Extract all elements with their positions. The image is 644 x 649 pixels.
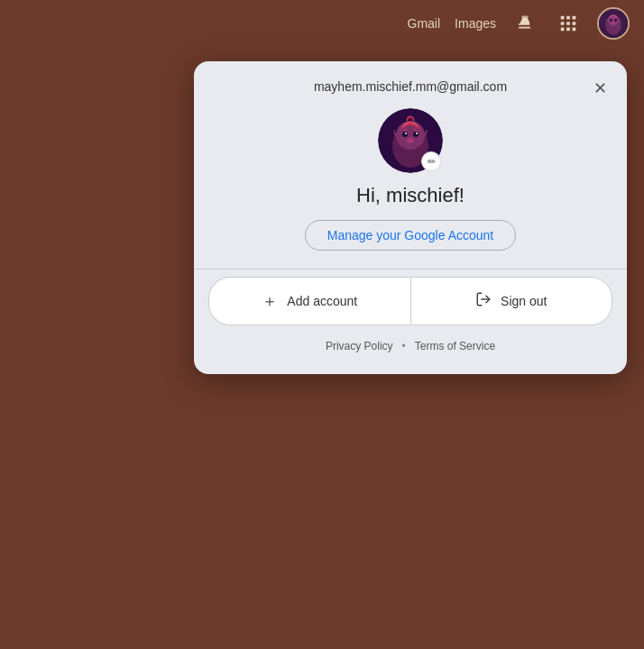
- close-button[interactable]: ✕: [587, 76, 612, 101]
- sign-out-icon: [475, 291, 492, 312]
- popup-footer: Privacy Policy • Terms of Service: [194, 340, 627, 352]
- svg-point-13: [614, 19, 617, 22]
- nav-avatar-svg: [599, 7, 628, 40]
- svg-point-11: [608, 14, 619, 25]
- svg-point-17: [402, 132, 408, 137]
- grid-icon: [558, 14, 578, 33]
- manage-account-button[interactable]: Manage your Google Account: [305, 220, 516, 251]
- gmail-link[interactable]: Gmail: [408, 16, 441, 31]
- divider: [194, 269, 627, 270]
- greeting-text: Hi, mischief!: [356, 184, 465, 207]
- svg-rect-0: [561, 16, 565, 20]
- svg-rect-2: [573, 16, 576, 20]
- nav-avatar-image: [599, 9, 628, 38]
- account-popup: mayhem.mischief.mm@gmail.com ✕: [194, 61, 627, 374]
- top-nav: Gmail Images: [393, 0, 644, 47]
- sign-out-label: Sign out: [501, 294, 547, 308]
- flask-icon-btn[interactable]: [511, 9, 539, 38]
- svg-rect-1: [566, 16, 570, 20]
- svg-rect-3: [561, 22, 565, 25]
- svg-point-18: [413, 132, 419, 137]
- svg-point-20: [416, 133, 418, 134]
- add-account-label: Add account: [287, 294, 357, 308]
- popup-header: mayhem.mischief.mm@gmail.com ✕: [194, 61, 627, 105]
- svg-point-19: [405, 133, 407, 134]
- popup-avatar-wrapper: ✏: [378, 108, 443, 173]
- privacy-policy-link[interactable]: Privacy Policy: [326, 340, 393, 352]
- popup-avatar-section: ✏ Hi, mischief! Manage your Google Accou…: [194, 105, 627, 265]
- grid-icon-btn[interactable]: [554, 9, 583, 38]
- sign-out-button[interactable]: Sign out: [410, 277, 613, 325]
- terms-of-service-link[interactable]: Terms of Service: [415, 340, 495, 352]
- svg-rect-4: [566, 22, 570, 25]
- add-account-button[interactable]: ＋ Add account: [208, 277, 410, 325]
- svg-rect-6: [561, 28, 565, 32]
- svg-point-21: [407, 138, 414, 143]
- svg-rect-5: [573, 22, 576, 25]
- images-link[interactable]: Images: [455, 16, 496, 31]
- edit-avatar-badge[interactable]: ✏: [421, 151, 441, 171]
- action-row: ＋ Add account Sign out: [208, 277, 612, 325]
- popup-email: mayhem.mischief.mm@gmail.com: [314, 79, 507, 94]
- nav-avatar[interactable]: [597, 7, 630, 40]
- footer-separator: •: [402, 340, 406, 352]
- svg-point-12: [610, 19, 612, 22]
- svg-rect-8: [573, 28, 576, 32]
- flask-icon: [515, 14, 535, 33]
- svg-rect-7: [566, 28, 570, 32]
- add-icon: ＋: [262, 290, 278, 312]
- sign-out-svg: [475, 291, 492, 307]
